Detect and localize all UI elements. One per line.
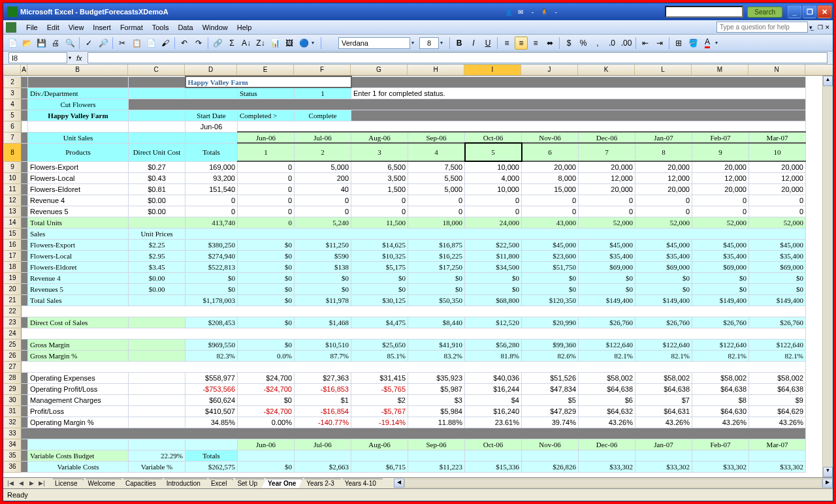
menu-format[interactable]: Format [116, 22, 148, 33]
col-D[interactable]: D [185, 65, 237, 75]
inc-indent-icon[interactable]: ⇥ [653, 37, 666, 50]
open-icon[interactable]: 📂 [20, 37, 33, 50]
col-K[interactable]: K [578, 65, 635, 75]
research-icon[interactable]: 🔎 [97, 37, 110, 50]
menu-edit[interactable]: Edit [42, 22, 64, 33]
spreadsheet-grid[interactable]: 2Happy Valley Farm3Div./DepartmentStatus… [3, 76, 806, 473]
print-preview-icon[interactable]: 🔍 [63, 37, 76, 50]
paste-icon[interactable]: 📄 [144, 37, 157, 50]
tab-year-one[interactable]: Year One [262, 479, 302, 488]
font-name-select[interactable]: Verdana [338, 37, 410, 49]
doc-minimize[interactable]: _ [811, 24, 817, 31]
mobile-icon[interactable]: 🧍 [539, 7, 549, 16]
tab-next-icon[interactable]: ▶ [27, 480, 36, 486]
align-left-icon[interactable]: ≡ [500, 37, 513, 50]
fx-icon[interactable]: fx [76, 54, 82, 62]
tab-set-up[interactable]: Set Up [231, 479, 264, 488]
formula-input[interactable] [88, 52, 828, 63]
fill-color-icon[interactable]: 🪣 [686, 37, 699, 50]
menu-view[interactable]: View [64, 22, 89, 33]
scroll-down-icon[interactable]: ▼ [823, 467, 833, 477]
toolbar-more-icon[interactable]: ▾ [312, 37, 318, 49]
align-center-icon[interactable]: ≡ [515, 37, 528, 50]
doc-close[interactable]: ✕ [825, 24, 831, 31]
autosum-icon[interactable]: Σ [225, 37, 238, 50]
percent-icon[interactable]: % [577, 37, 590, 50]
menu-window[interactable]: Window [198, 22, 233, 33]
search-button[interactable]: Search [747, 7, 782, 18]
font-color-icon[interactable]: A [701, 37, 714, 50]
save-icon[interactable]: 💾 [35, 37, 48, 50]
scroll-up-icon[interactable]: ▲ [823, 76, 833, 86]
help-search[interactable] [716, 22, 808, 33]
font-size-select[interactable]: 8 [419, 37, 439, 49]
col-F[interactable]: F [294, 65, 351, 75]
mail-icon[interactable]: ✉ [516, 7, 525, 16]
spellcheck-icon[interactable]: ✓ [82, 37, 95, 50]
chart-icon[interactable]: 📊 [268, 37, 281, 50]
tab-first-icon[interactable]: |◀ [6, 480, 15, 486]
tab-welcome[interactable]: Welcome [82, 479, 121, 488]
format-more-icon[interactable]: ▾ [715, 37, 722, 49]
font-dropdown-icon[interactable]: ▾ [411, 37, 418, 49]
comma-icon[interactable]: , [591, 37, 604, 50]
drawing-icon[interactable]: 🖼 [283, 37, 296, 50]
italic-icon[interactable]: I [467, 37, 480, 50]
inc-decimal-icon[interactable]: .0 [605, 37, 619, 50]
tab-years-4-10[interactable]: Years 4-10 [339, 479, 383, 488]
copy-icon[interactable]: 📋 [130, 37, 143, 50]
col-G[interactable]: G [351, 65, 408, 75]
borders-icon[interactable]: ⊞ [672, 37, 685, 50]
tab-license[interactable]: License [49, 479, 84, 488]
bold-icon[interactable]: B [453, 37, 466, 50]
format-painter-icon[interactable]: 🖌 [159, 37, 172, 50]
minimize-button[interactable]: _ [788, 5, 801, 18]
select-all[interactable] [3, 65, 21, 75]
menu-file[interactable]: File [22, 22, 42, 33]
merge-icon[interactable]: ⬌ [543, 37, 556, 50]
col-E[interactable]: E [237, 65, 294, 75]
underline-icon[interactable]: U [481, 37, 494, 50]
redo-icon[interactable]: ↷ [192, 37, 205, 50]
hscroll-track[interactable] [404, 479, 822, 488]
tab-last-icon[interactable]: ▶| [37, 480, 46, 486]
tab-years-2-3[interactable]: Years 2-3 [300, 479, 340, 488]
sort-desc-icon[interactable]: Z↓ [254, 37, 267, 50]
person-icon[interactable]: 👤 [504, 7, 513, 16]
zoom-icon[interactable]: 🔵 [297, 37, 310, 50]
titlebar-search[interactable] [665, 6, 743, 18]
col-L[interactable]: L [635, 65, 692, 75]
sort-asc-icon[interactable]: A↓ [240, 37, 253, 50]
hyperlink-icon[interactable]: 🔗 [211, 37, 224, 50]
cut-icon[interactable]: ✂ [116, 37, 129, 50]
col-I[interactable]: I [464, 65, 521, 75]
maximize-button[interactable]: ❐ [803, 5, 816, 18]
col-N[interactable]: N [748, 65, 805, 75]
col-C[interactable]: C [128, 65, 185, 75]
menu-tools[interactable]: Tools [148, 22, 174, 33]
undo-icon[interactable]: ↶ [178, 37, 191, 50]
close-button[interactable]: ✕ [818, 5, 831, 18]
hscroll-left-icon[interactable]: ◀ [394, 479, 404, 488]
col-J[interactable]: J [521, 65, 578, 75]
col-M[interactable]: M [692, 65, 748, 75]
tab-capacities[interactable]: Capacities [120, 479, 163, 488]
hscroll-right-icon[interactable]: ▶ [822, 479, 833, 488]
col-B[interactable]: B [27, 65, 128, 75]
fontsize-dropdown-icon[interactable]: ▾ [440, 37, 447, 49]
menu-insert[interactable]: Insert [88, 22, 116, 33]
app-icon[interactable] [6, 22, 16, 33]
align-right-icon[interactable]: ≡ [529, 37, 542, 50]
permission-icon[interactable]: 🖨 [49, 37, 62, 50]
dec-decimal-icon[interactable]: .00 [620, 37, 633, 50]
name-box[interactable]: I8 [8, 52, 67, 63]
menu-data[interactable]: Data [173, 22, 197, 33]
dec-indent-icon[interactable]: ⇤ [639, 37, 652, 50]
tab-prev-icon[interactable]: ◀ [16, 480, 25, 486]
col-H[interactable]: H [408, 65, 464, 75]
tab-excel[interactable]: Excel [205, 479, 233, 488]
col-A[interactable]: A [21, 65, 27, 75]
tab-introduction[interactable]: Introduction [161, 479, 207, 488]
vertical-scrollbar[interactable]: ▲ ▼ [822, 76, 833, 477]
new-icon[interactable]: 📄 [6, 37, 19, 50]
